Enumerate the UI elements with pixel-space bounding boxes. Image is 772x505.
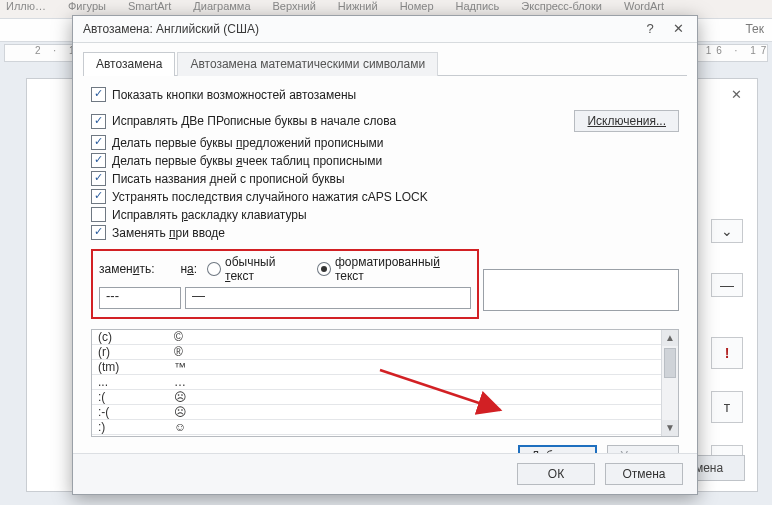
panel-btn-1[interactable]: ⌄	[711, 219, 743, 243]
cb-two-caps[interactable]	[91, 114, 106, 129]
background-side-panel: ⌄ — ! т ⌄	[711, 219, 745, 475]
exceptions-button[interactable]: Исключения...	[574, 110, 679, 132]
lbl-caps-lock: Устранять последствия случайного нажатия…	[112, 190, 428, 204]
cb-sentence-caps[interactable]	[91, 135, 106, 150]
scroll-down-icon[interactable]: ▼	[662, 420, 678, 436]
panel-btn-2[interactable]: —	[711, 273, 743, 297]
lbl-replace-from: заменить:	[99, 262, 180, 276]
lbl-show-buttons: Показать кнопки возможностей автозамены	[112, 88, 356, 102]
replace-area-highlight: заменить: на: обычный текст	[91, 249, 479, 319]
lbl-day-caps: Писать названия дней с прописной буквы	[112, 172, 345, 186]
radio-plain-text[interactable]: обычный текст	[207, 255, 307, 283]
cb-day-caps[interactable]	[91, 171, 106, 186]
scroll-up-icon[interactable]: ▲	[662, 330, 678, 346]
dialog-titlebar: Автозамена: Английский (США) ? ✕	[73, 16, 697, 43]
cb-replace-on-type[interactable]	[91, 225, 106, 240]
lbl-replace-to: на:	[180, 262, 197, 276]
radio-dot-icon	[207, 262, 221, 276]
scroll-thumb[interactable]	[664, 348, 676, 378]
list-item[interactable]: ...…	[92, 375, 662, 390]
input-replace-with[interactable]: —	[185, 287, 471, 309]
radio-dot-icon	[317, 262, 331, 276]
list-scrollbar[interactable]: ▲ ▼	[661, 330, 678, 436]
cb-keyboard-layout[interactable]	[91, 207, 106, 222]
autocorrect-list: (c)© (r)® (tm)™ ...… :(☹ :-(☹ :)☺ ▲ ▼	[91, 329, 679, 437]
input-replace-with-preview[interactable]	[483, 269, 679, 311]
list-item[interactable]: (r)®	[92, 345, 662, 360]
ribbon-right-label: Тек	[745, 22, 764, 36]
background-close-icon[interactable]: ✕	[723, 85, 749, 105]
list-item[interactable]: :-(☹	[92, 405, 662, 420]
list-item[interactable]: :)☺	[92, 420, 662, 435]
cb-show-buttons[interactable]	[91, 87, 106, 102]
cb-cell-caps[interactable]	[91, 153, 106, 168]
dialog-title: Автозамена: Английский (США)	[83, 22, 635, 36]
radio-formatted-text[interactable]: форматированный текст	[317, 255, 471, 283]
lbl-keyboard-layout: Исправлять раскладку клавиатуры	[112, 208, 307, 222]
dialog-tabs: Автозамена Автозамена математическими си…	[73, 43, 697, 75]
lbl-replace-on-type: Заменять при вводе	[112, 226, 225, 240]
cancel-button[interactable]: Отмена	[605, 463, 683, 485]
tab-autocorrect[interactable]: Автозамена	[83, 52, 175, 76]
list-item[interactable]: :(☹	[92, 390, 662, 405]
tab-math-autocorrect[interactable]: Автозамена математическими символами	[177, 52, 438, 76]
lbl-cell-caps: Делать первые буквы ячеек таблиц прописн…	[112, 154, 382, 168]
cb-caps-lock[interactable]	[91, 189, 106, 204]
dialog-footer: ОК Отмена	[73, 453, 697, 494]
list-item[interactable]: (c)©	[92, 330, 662, 345]
panel-btn-4[interactable]: т	[711, 391, 743, 423]
lbl-two-caps: Исправлять ДВе ПРописные буквы в начале …	[112, 114, 396, 128]
list-item[interactable]: (tm)™	[92, 360, 662, 375]
input-replace-from[interactable]: ---	[99, 287, 181, 309]
autocorrect-dialog: Автозамена: Английский (США) ? ✕ Автозам…	[72, 15, 698, 495]
help-button[interactable]: ?	[637, 19, 663, 39]
panel-btn-3[interactable]: !	[711, 337, 743, 369]
ok-button[interactable]: ОК	[517, 463, 595, 485]
lbl-sentence-caps: Делать первые буквы предложений прописны…	[112, 136, 384, 150]
close-button[interactable]: ✕	[665, 19, 691, 39]
